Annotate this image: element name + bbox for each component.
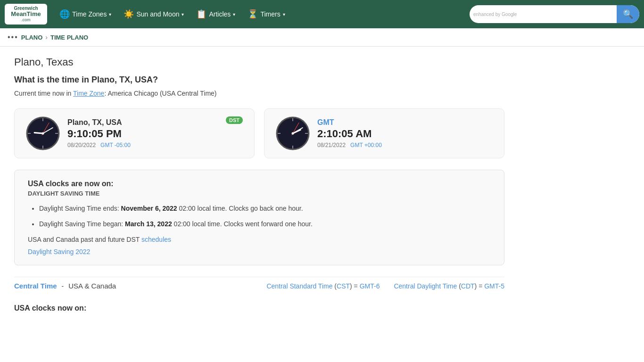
- search-input[interactable]: [520, 10, 617, 18]
- svg-point-17: [292, 132, 294, 135]
- dst-item-2: Daylight Saving Time began: March 13, 20…: [39, 219, 491, 229]
- search-enhanced-label: enhanced by Google: [470, 12, 520, 17]
- central-row: Central Time - USA & Canada Central Stan…: [14, 282, 504, 290]
- dst-item2-suffix: 02:00 local time. Clocks went forward on…: [172, 220, 313, 228]
- dst-item1-bold: November 6, 2022: [121, 205, 177, 212]
- breadcrumb-more[interactable]: •••: [8, 33, 18, 41]
- dst-heading: USA clocks are now on:: [28, 180, 491, 188]
- cdt-link[interactable]: Central Daylight Time: [394, 282, 457, 290]
- logo-mid: MeanTime: [11, 11, 41, 17]
- cdt-abbr-link[interactable]: CDT: [461, 282, 475, 290]
- clocks-row: Plano, TX, USA 9:10:05 PM 08/20/2022 GMT…: [14, 108, 504, 158]
- schedules-link[interactable]: schedules: [141, 236, 171, 243]
- clock-date-plano: 08/20/2022: [67, 142, 96, 148]
- clock-date-gmt: 08/21/2022: [317, 142, 346, 148]
- cst-link[interactable]: Central Standard Time: [266, 282, 332, 290]
- navbar: Greenwich MeanTime .com 🌐 Time Zones ▾ ☀…: [0, 0, 644, 28]
- clock-time-plano: 9:10:05 PM: [67, 128, 218, 140]
- breadcrumb: ••• PLANO › TIME PLANO: [0, 28, 644, 47]
- clock-time-gmt: 2:10:05 AM: [317, 128, 493, 140]
- dst-item2-prefix: Daylight Saving Time began:: [39, 220, 125, 228]
- search-button[interactable]: 🔍: [617, 5, 639, 23]
- central-info-cst: Central Standard Time (CST) = GMT-6: [266, 282, 380, 290]
- nav-label-time-zones: Time Zones: [72, 10, 107, 18]
- dst-footer-text: USA and Canada past and future DST: [28, 236, 141, 243]
- clock-city-plano: Plano, TX, USA: [67, 118, 218, 127]
- search-bar: enhanced by Google 🔍: [470, 5, 639, 23]
- breadcrumb-time-plano[interactable]: TIME PLANO: [50, 34, 88, 41]
- dst-item1-suffix: 02:00 local time. Clocks go back one hou…: [177, 205, 303, 212]
- breadcrumb-plano[interactable]: PLANO: [21, 34, 43, 41]
- main-content: Plano, Texas What is the time in Plano, …: [0, 47, 519, 322]
- search-icon: 🔍: [623, 9, 633, 19]
- timezone-link[interactable]: Time Zone: [73, 90, 104, 97]
- page-question: What is the time in Plano, TX, USA?: [14, 75, 504, 85]
- dst-badge-plano: DST: [226, 116, 243, 124]
- nav-label-sun-and-moon: Sun and Moon: [136, 10, 179, 18]
- globe-icon: 🌐: [59, 9, 70, 19]
- timer-icon: ⏳: [248, 9, 258, 19]
- daylight-saving-link[interactable]: Daylight Saving 2022: [28, 248, 491, 255]
- subtitle-text: Current time now in: [14, 90, 73, 97]
- clock-card-gmt: GMT 2:10:05 AM 08/21/2022 GMT +00:00: [264, 108, 504, 158]
- nav-item-time-zones[interactable]: 🌐 Time Zones ▾: [55, 6, 116, 22]
- clock-meta-gmt: 08/21/2022 GMT +00:00: [317, 142, 493, 148]
- page-subtitle: Current time now in Time Zone: America C…: [14, 90, 504, 97]
- chevron-down-icon-4: ▾: [283, 12, 285, 17]
- dst-box: USA clocks are now on: DAYLIGHT SAVING T…: [14, 170, 504, 265]
- sun-icon: ☀️: [124, 9, 134, 19]
- nav-item-sun-and-moon[interactable]: ☀️ Sun and Moon ▾: [119, 6, 189, 22]
- svg-line-5: [34, 132, 43, 133]
- breadcrumb-separator: ›: [45, 33, 48, 41]
- dst-item2-bold: March 13, 2022: [125, 220, 172, 228]
- logo-bot: .com: [21, 18, 31, 23]
- clock-face-gmt: [276, 116, 310, 150]
- nav-label-timers: Timers: [260, 10, 280, 18]
- articles-icon: 📋: [196, 9, 206, 19]
- svg-point-8: [42, 132, 44, 135]
- gmt6-link[interactable]: GMT-6: [360, 282, 380, 290]
- cst-abbr-link[interactable]: CST: [337, 282, 350, 290]
- dst-footer: USA and Canada past and future DST sched…: [28, 236, 491, 243]
- central-region: USA & Canada: [68, 282, 116, 290]
- page-title: Plano, Texas: [14, 56, 504, 68]
- nav-item-timers[interactable]: ⏳ Timers ▾: [243, 6, 289, 22]
- dst-list: Daylight Saving Time ends: November 6, 2…: [28, 204, 491, 229]
- central-info-cdt: Central Daylight Time (CDT) = GMT-5: [394, 282, 504, 290]
- nav-label-articles: Articles: [209, 10, 231, 18]
- clock-info-plano: Plano, TX, USA 9:10:05 PM 08/20/2022 GMT…: [67, 118, 218, 148]
- chevron-down-icon-2: ▾: [182, 12, 184, 17]
- chevron-down-icon: ▾: [109, 12, 111, 17]
- nav-item-articles[interactable]: 📋 Articles ▾: [191, 6, 240, 22]
- dst-item1-prefix: Daylight Saving Time ends:: [39, 205, 121, 212]
- central-separator: -: [62, 282, 64, 290]
- central-info: Central Standard Time (CST) = GMT-6 Cent…: [266, 282, 504, 290]
- clock-info-gmt: GMT 2:10:05 AM 08/21/2022 GMT +00:00: [317, 118, 493, 148]
- gmt5-link[interactable]: GMT-5: [484, 282, 504, 290]
- central-time-link[interactable]: Central Time: [14, 282, 57, 290]
- next-section-heading: USA clocks now on:: [14, 304, 504, 313]
- subtitle-text2: : America Chicago (USA Central Time): [104, 90, 216, 97]
- clock-offset-gmt: GMT +00:00: [350, 142, 382, 148]
- clock-offset-plano: GMT -05:00: [100, 142, 131, 148]
- clock-card-plano: Plano, TX, USA 9:10:05 PM 08/20/2022 GMT…: [14, 108, 255, 158]
- dst-item-1: Daylight Saving Time ends: November 6, 2…: [39, 204, 491, 214]
- clock-face-plano: [26, 116, 60, 150]
- clock-meta-plano: 08/20/2022 GMT -05:00: [67, 142, 218, 148]
- central-section: Central Time - USA & Canada Central Stan…: [14, 277, 504, 295]
- clock-city-gmt[interactable]: GMT: [317, 118, 493, 127]
- dst-label: DAYLIGHT SAVING TIME: [28, 190, 491, 197]
- logo[interactable]: Greenwich MeanTime .com: [5, 4, 47, 25]
- chevron-down-icon-3: ▾: [233, 12, 235, 17]
